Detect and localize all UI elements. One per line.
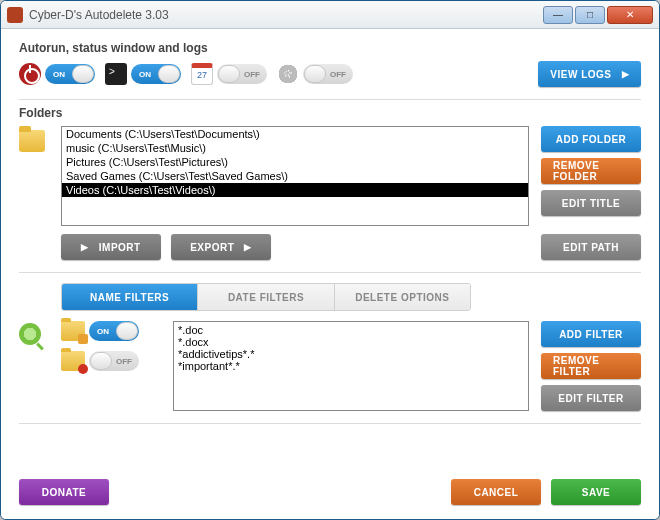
btn-label: REMOVE FOLDER: [553, 160, 629, 182]
edit-filter-button[interactable]: EDIT FILTER: [541, 385, 641, 411]
btn-label: EDIT PATH: [563, 242, 619, 253]
minimize-button[interactable]: —: [543, 6, 573, 24]
exclude-filter-toggle[interactable]: OFF: [89, 351, 139, 371]
folders-label: Folders: [19, 106, 641, 120]
chevron-right-icon: ▶: [622, 69, 630, 79]
alert-badge-icon: [78, 364, 88, 374]
chevron-right-icon: ▶: [81, 242, 89, 252]
list-item[interactable]: *.doc: [178, 324, 524, 336]
include-folder-icon: [61, 321, 85, 341]
edit-title-button[interactable]: EDIT TITLE: [541, 190, 641, 216]
btn-label: EXPORT: [190, 242, 234, 253]
toggle-label: OFF: [116, 357, 132, 366]
list-item[interactable]: Videos (C:\Users\Test\Videos\): [62, 183, 528, 197]
calendar-day: 27: [197, 70, 207, 80]
tabs: NAME FILTERS DATE FILTERS DELETE OPTIONS: [61, 283, 471, 311]
settings-toggle[interactable]: OFF: [303, 64, 353, 84]
include-filter-toggle[interactable]: ON: [89, 321, 139, 341]
list-item[interactable]: music (C:\Users\Test\Music\): [62, 141, 528, 155]
btn-label: EDIT TITLE: [562, 198, 620, 209]
save-button[interactable]: SAVE: [551, 479, 641, 505]
titlebar[interactable]: Cyber-D's Autodelete 3.03 — □ ✕: [1, 1, 659, 29]
edit-path-button[interactable]: EDIT PATH: [541, 234, 641, 260]
toggle-knob: [116, 322, 138, 340]
toggle-label: ON: [97, 327, 109, 336]
folders-listbox[interactable]: Documents (C:\Users\Test\Documents\)musi…: [61, 126, 529, 226]
donate-button[interactable]: DONATE: [19, 479, 109, 505]
folder-icon: [19, 130, 45, 152]
tab-label: DELETE OPTIONS: [355, 292, 449, 303]
toggle-knob: [304, 65, 326, 83]
btn-label: SAVE: [582, 487, 611, 498]
toggle-knob: [90, 352, 112, 370]
list-item[interactable]: Pictures (C:\Users\Test\Pictures\): [62, 155, 528, 169]
toggle-label: ON: [139, 70, 151, 79]
remove-folder-button[interactable]: REMOVE FOLDER: [541, 158, 641, 184]
close-button[interactable]: ✕: [607, 6, 653, 24]
view-logs-button[interactable]: VIEW LOGS ▶: [538, 61, 641, 87]
toggle-knob: [72, 65, 94, 83]
toggle-knob: [218, 65, 240, 83]
list-item[interactable]: *important*.*: [178, 360, 524, 372]
tab-label: DATE FILTERS: [228, 292, 304, 303]
gear-icon: [277, 63, 299, 85]
import-button[interactable]: ▶ IMPORT: [61, 234, 161, 260]
status-window-toggle[interactable]: ON: [131, 64, 181, 84]
btn-label: CANCEL: [474, 487, 519, 498]
btn-label: DONATE: [42, 487, 86, 498]
schedule-toggle[interactable]: OFF: [217, 64, 267, 84]
btn-label: IMPORT: [99, 242, 141, 253]
add-folder-button[interactable]: ADD FOLDER: [541, 126, 641, 152]
magnifier-icon: [19, 323, 41, 345]
toggle-knob: [158, 65, 180, 83]
autorun-label: Autorun, status window and logs: [19, 41, 641, 55]
tab-delete-options[interactable]: DELETE OPTIONS: [335, 284, 470, 310]
calendar-icon: 27: [191, 63, 213, 85]
divider: [19, 423, 641, 424]
autorun-toggle[interactable]: ON: [45, 64, 95, 84]
app-window: Cyber-D's Autodelete 3.03 — □ ✕ Autorun,…: [0, 0, 660, 520]
view-logs-label: VIEW LOGS: [550, 69, 611, 80]
btn-label: ADD FOLDER: [556, 134, 627, 145]
list-item[interactable]: Saved Games (C:\Users\Test\Saved Games\): [62, 169, 528, 183]
tab-date-filters[interactable]: DATE FILTERS: [198, 284, 334, 310]
maximize-button[interactable]: □: [575, 6, 605, 24]
chevron-right-icon: ▶: [244, 242, 252, 252]
divider: [19, 272, 641, 273]
filters-listbox[interactable]: *.doc*.docx*addictivetips*.**important*.…: [173, 321, 529, 411]
window-title: Cyber-D's Autodelete 3.03: [29, 8, 543, 22]
btn-label: ADD FILTER: [559, 329, 623, 340]
lock-badge-icon: [78, 334, 88, 344]
export-button[interactable]: EXPORT ▶: [171, 234, 271, 260]
list-item[interactable]: *addictivetips*.*: [178, 348, 524, 360]
toggle-label: ON: [53, 70, 65, 79]
add-filter-button[interactable]: ADD FILTER: [541, 321, 641, 347]
tab-name-filters[interactable]: NAME FILTERS: [62, 284, 198, 310]
exclude-folder-icon: [61, 351, 85, 371]
toggle-label: OFF: [244, 70, 260, 79]
app-icon: [7, 7, 23, 23]
tab-label: NAME FILTERS: [90, 292, 169, 303]
divider: [19, 99, 641, 100]
terminal-icon: [105, 63, 127, 85]
list-item[interactable]: Documents (C:\Users\Test\Documents\): [62, 127, 528, 141]
btn-label: REMOVE FILTER: [553, 355, 629, 377]
list-item[interactable]: *.docx: [178, 336, 524, 348]
toggle-label: OFF: [330, 70, 346, 79]
btn-label: EDIT FILTER: [558, 393, 623, 404]
cancel-button[interactable]: CANCEL: [451, 479, 541, 505]
power-icon: [19, 63, 41, 85]
remove-filter-button[interactable]: REMOVE FILTER: [541, 353, 641, 379]
